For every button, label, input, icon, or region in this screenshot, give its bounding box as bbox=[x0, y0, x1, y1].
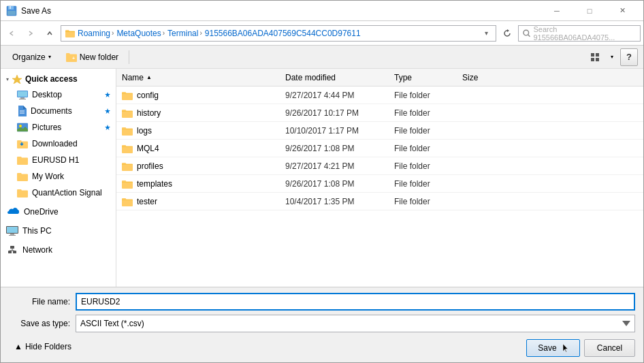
hide-folders-button[interactable]: ▲ Hide Folders bbox=[9, 339, 77, 354]
forward-button[interactable] bbox=[22, 25, 39, 42]
svg-rect-15 bbox=[19, 99, 26, 99]
sidebar-item-documents[interactable]: Documents bbox=[1, 103, 116, 119]
toolbar: Organize ▾ + New folder ▾ ? bbox=[1, 46, 643, 69]
svg-rect-10 bbox=[596, 58, 599, 61]
svg-text:+: + bbox=[72, 56, 75, 61]
pin-icon-documents bbox=[105, 108, 110, 114]
table-row[interactable]: tester 10/4/2017 1:35 PM File folder bbox=[116, 193, 643, 210]
file-date-cell: 9/27/2017 4:44 PM bbox=[285, 91, 394, 100]
cursor-icon bbox=[562, 343, 568, 353]
svg-line-5 bbox=[528, 34, 530, 36]
svg-rect-2 bbox=[10, 6, 11, 9]
svg-rect-22 bbox=[10, 234, 14, 235]
path-roaming[interactable]: Roaming › bbox=[78, 29, 114, 38]
sidebar-item-thispc[interactable]: This PC bbox=[1, 223, 116, 239]
svg-rect-8 bbox=[596, 53, 599, 57]
sidebar-item-quantaction[interactable]: QuantAction Signal bbox=[1, 185, 116, 201]
quick-access-chevron: ▾ bbox=[6, 76, 9, 82]
back-button[interactable] bbox=[3, 25, 20, 42]
sidebar-item-downloaded[interactable]: Downloaded bbox=[1, 136, 116, 152]
refresh-button[interactable] bbox=[499, 25, 515, 42]
file-type-cell: File folder bbox=[394, 144, 462, 153]
table-row[interactable]: history 9/26/2017 10:17 PM File folder bbox=[116, 104, 643, 122]
save-as-type-label: Save as type: bbox=[9, 319, 70, 328]
title-bar-left: Save As bbox=[6, 5, 51, 16]
new-folder-button[interactable]: + New folder bbox=[60, 48, 125, 66]
file-type-cell: File folder bbox=[394, 197, 462, 206]
sidebar-item-desktop[interactable]: Desktop bbox=[1, 86, 116, 103]
file-date-cell: 9/26/2017 1:08 PM bbox=[285, 144, 394, 153]
pin-icon-pictures bbox=[105, 125, 110, 130]
svg-rect-24 bbox=[8, 251, 12, 253]
path-terminal[interactable]: Terminal › bbox=[167, 29, 202, 38]
close-button[interactable]: ✕ bbox=[607, 1, 638, 21]
search-box[interactable]: Search 915566BA06ADA4075... bbox=[518, 25, 641, 42]
up-button[interactable] bbox=[42, 25, 58, 42]
downloaded-folder-icon bbox=[17, 139, 28, 148]
help-button[interactable]: ? bbox=[620, 48, 638, 66]
view-icon bbox=[590, 52, 600, 62]
file-name-cell: MQL4 bbox=[122, 144, 285, 153]
bottom-panel: File name: Save as type: ASCII Text (*.c… bbox=[1, 287, 643, 362]
path-metaquotes[interactable]: MetaQuotes › bbox=[116, 29, 165, 38]
file-name-cell: config bbox=[122, 91, 285, 100]
thispc-icon bbox=[6, 226, 18, 236]
svg-rect-3 bbox=[7, 11, 16, 15]
quantaction-folder-icon bbox=[17, 188, 28, 198]
col-header-name[interactable]: Name ▲ bbox=[122, 73, 285, 82]
onedrive-icon bbox=[6, 207, 20, 217]
organize-button[interactable]: Organize ▾ bbox=[6, 48, 57, 66]
table-row[interactable]: config 9/27/2017 4:44 PM File folder bbox=[116, 86, 643, 104]
col-header-size[interactable]: Size bbox=[462, 73, 517, 82]
path-dropdown-button[interactable]: ▾ bbox=[481, 27, 492, 40]
svg-rect-13 bbox=[18, 91, 27, 97]
folder-icon bbox=[122, 197, 133, 206]
title-bar: Save As ─ □ ✕ bbox=[1, 1, 643, 21]
svg-rect-26 bbox=[10, 246, 14, 249]
sidebar-item-network[interactable]: Network bbox=[1, 242, 116, 258]
file-type-select[interactable]: ASCII Text (*.csv) bbox=[76, 315, 635, 332]
path-folder-icon bbox=[65, 29, 75, 37]
sidebar-item-onedrive[interactable]: OneDrive bbox=[1, 204, 116, 220]
main-content: ▾ Quick access Desktop bbox=[1, 69, 643, 287]
toolbar-separator bbox=[129, 50, 129, 64]
maximize-button[interactable]: □ bbox=[574, 1, 605, 21]
table-row[interactable]: profiles 9/27/2017 4:21 PM File folder bbox=[116, 157, 643, 175]
svg-rect-7 bbox=[591, 53, 594, 57]
save-button[interactable]: Save bbox=[526, 339, 580, 357]
file-name-row: File name: bbox=[9, 293, 635, 311]
svg-rect-21 bbox=[7, 227, 18, 233]
sidebar-item-pictures[interactable]: Pictures bbox=[1, 119, 116, 136]
cancel-button[interactable]: Cancel bbox=[584, 339, 635, 357]
thispc-section: This PC bbox=[1, 223, 116, 239]
eurusd-folder-icon bbox=[17, 155, 28, 165]
minimize-button[interactable]: ─ bbox=[541, 1, 573, 21]
file-name-cell: tester bbox=[122, 197, 285, 206]
view-dropdown-button[interactable]: ▾ bbox=[607, 48, 617, 66]
address-path[interactable]: Roaming › MetaQuotes › Terminal › 915566… bbox=[61, 25, 496, 42]
table-row[interactable]: templates 9/26/2017 1:08 PM File folder bbox=[116, 175, 643, 193]
folder-icon bbox=[122, 126, 133, 136]
save-type-row: Save as type: ASCII Text (*.csv) bbox=[9, 315, 635, 332]
search-icon bbox=[523, 29, 530, 37]
bottom-actions: Save Cancel bbox=[526, 339, 635, 357]
table-row[interactable]: MQL4 9/26/2017 1:08 PM File folder bbox=[116, 140, 643, 157]
pictures-icon bbox=[17, 123, 28, 132]
svg-point-19 bbox=[19, 125, 22, 127]
sidebar-item-eurusd[interactable]: EURUSD H1 bbox=[1, 152, 116, 168]
file-name-input[interactable] bbox=[76, 293, 635, 311]
svg-rect-23 bbox=[9, 235, 16, 236]
col-header-type[interactable]: Type bbox=[394, 73, 462, 82]
quick-access-header[interactable]: ▾ Quick access bbox=[1, 72, 116, 86]
file-date-cell: 10/10/2017 1:17 PM bbox=[285, 126, 394, 136]
quick-access-icon bbox=[12, 74, 22, 84]
documents-icon bbox=[17, 106, 27, 116]
col-header-date[interactable]: Date modified bbox=[285, 73, 394, 82]
folder-icon bbox=[122, 108, 133, 118]
path-id[interactable]: 915566BA06ADA407569C544CC0D97611 bbox=[205, 29, 361, 38]
view-button[interactable] bbox=[586, 48, 604, 66]
file-date-cell: 9/26/2017 1:08 PM bbox=[285, 179, 394, 189]
table-row[interactable]: logs 10/10/2017 1:17 PM File folder bbox=[116, 122, 643, 140]
sidebar-item-mywork[interactable]: My Work bbox=[1, 168, 116, 185]
view-controls: ▾ ? bbox=[586, 48, 638, 66]
